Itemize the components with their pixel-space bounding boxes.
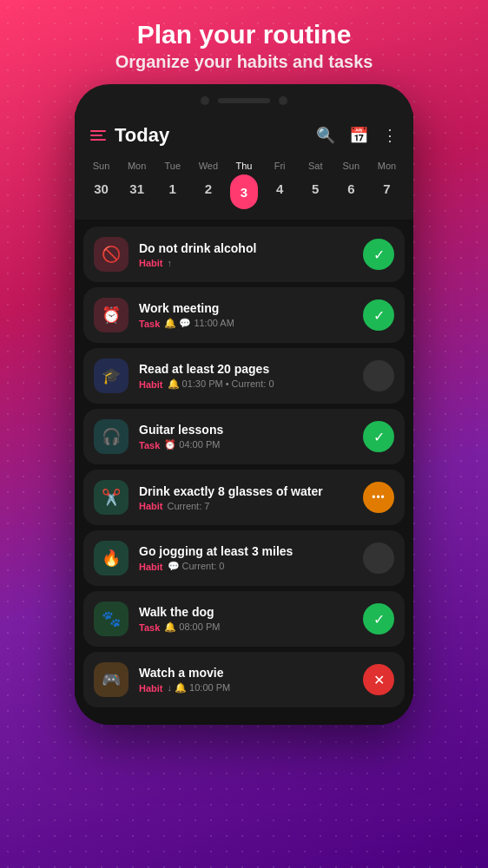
cal-day-7[interactable]: Mon 7 xyxy=(371,161,402,209)
task-title-5: Drink exactly 8 glasses of water xyxy=(139,484,353,498)
task-body-4: Guitar lessons Task ⏰ 04:00 PM xyxy=(139,423,353,450)
task-title-1: Do not drink alcohol xyxy=(139,241,353,255)
task-type-5: Habit xyxy=(139,501,163,511)
task-type-2: Task xyxy=(139,319,160,329)
cal-day-1[interactable]: Tue 1 xyxy=(157,161,188,209)
task-card-2[interactable]: ⏰ Work meeting Task 🔔 💬 11:00 AM ✓ xyxy=(83,287,405,343)
task-meta-5: Habit Current: 7 xyxy=(139,501,353,511)
task-meta-4: Task ⏰ 04:00 PM xyxy=(139,439,353,450)
task-body-5: Drink exactly 8 glasses of water Habit C… xyxy=(139,484,353,511)
task-card-6[interactable]: 🔥 Go jogging at least 3 miles Habit 💬 Cu… xyxy=(83,530,405,586)
task-detail-7: 🔔 08:00 PM xyxy=(164,621,220,633)
task-detail-8: ↓ 🔔 10:00 PM xyxy=(168,682,231,694)
hero-subtitle: Organize your habits and tasks xyxy=(17,52,471,72)
task-title-8: Watch a movie xyxy=(139,666,353,680)
task-title-6: Go jogging at least 3 miles xyxy=(139,544,353,558)
task-type-8: Habit xyxy=(139,683,163,694)
task-type-7: Task xyxy=(139,622,160,633)
cal-day-num: 6 xyxy=(337,174,365,202)
task-detail-1: ↑ xyxy=(168,258,173,268)
task-title-2: Work meeting xyxy=(139,301,353,315)
task-body-2: Work meeting Task 🔔 💬 11:00 AM xyxy=(139,301,353,329)
cal-day-num: 3 xyxy=(230,174,258,209)
cal-day-num: 7 xyxy=(373,174,400,202)
task-meta-1: Habit ↑ xyxy=(139,258,353,268)
x-icon: ✕ xyxy=(373,672,385,688)
cal-day-num: 5 xyxy=(301,174,329,202)
task-action-7[interactable]: ✓ xyxy=(363,603,394,635)
task-card-1[interactable]: 🚫 Do not drink alcohol Habit ↑ ✓ xyxy=(83,227,405,282)
app-header: Today 🔍 📅 ⋮ xyxy=(75,112,413,155)
cal-day-31[interactable]: Mon 31 xyxy=(122,161,153,209)
task-action-4[interactable]: ✓ xyxy=(363,421,394,452)
phone-camera-2 xyxy=(279,96,287,105)
task-action-2[interactable]: ✓ xyxy=(363,299,394,331)
task-card-7[interactable]: 🐾 Walk the dog Task 🔔 08:00 PM ✓ xyxy=(83,591,405,647)
cal-day-4[interactable]: Fri 4 xyxy=(264,161,295,209)
cal-day-name: Sat xyxy=(308,161,323,171)
cal-day-num: 2 xyxy=(195,174,222,202)
cal-day-name: Mon xyxy=(128,161,146,171)
phone-shell: Today 🔍 📅 ⋮ Sun 30 Mon 31 Tue 1 Wed 2 Th… xyxy=(75,84,413,725)
task-type-1: Habit xyxy=(139,258,163,268)
calendar-icon[interactable]: 📅 xyxy=(349,126,368,145)
task-icon-3: 🎓 xyxy=(94,358,129,393)
task-type-6: Habit xyxy=(139,562,163,572)
phone-topbar xyxy=(75,96,413,112)
task-action-8[interactable]: ✕ xyxy=(363,664,394,695)
task-action-5[interactable]: ••• xyxy=(363,482,394,513)
cal-day-num: 31 xyxy=(123,174,151,202)
menu-line-1 xyxy=(90,130,106,132)
task-body-8: Watch a movie Habit ↓ 🔔 10:00 PM xyxy=(139,666,353,694)
task-meta-3: Habit 🔔 01:30 PM • Current: 0 xyxy=(139,378,353,390)
task-meta-8: Habit ↓ 🔔 10:00 PM xyxy=(139,682,353,694)
task-title-7: Walk the dog xyxy=(139,605,353,619)
task-body-6: Go jogging at least 3 miles Habit 💬 Curr… xyxy=(139,544,353,572)
cal-day-2[interactable]: Wed 2 xyxy=(193,161,224,209)
cal-day-name: Thu xyxy=(236,161,253,171)
cal-day-6[interactable]: Sun 6 xyxy=(335,161,366,209)
check-icon: ✓ xyxy=(373,611,385,628)
task-card-8[interactable]: 🎮 Watch a movie Habit ↓ 🔔 10:00 PM ✕ xyxy=(83,652,405,707)
task-action-3[interactable] xyxy=(363,360,394,391)
cal-day-5[interactable]: Sat 5 xyxy=(300,161,331,209)
app-content: Today 🔍 📅 ⋮ Sun 30 Mon 31 Tue 1 Wed 2 Th… xyxy=(75,112,413,725)
cal-day-num: 30 xyxy=(88,174,115,202)
more-icon[interactable]: ⋮ xyxy=(382,126,398,145)
task-icon-8: 🎮 xyxy=(94,662,129,697)
task-action-6[interactable] xyxy=(363,542,394,574)
task-action-1[interactable]: ✓ xyxy=(363,239,394,270)
check-icon: ✓ xyxy=(373,247,385,263)
cal-day-num: 4 xyxy=(266,174,293,202)
task-icon-5: ✂️ xyxy=(94,480,129,515)
task-body-3: Read at least 20 pages Habit 🔔 01:30 PM … xyxy=(139,362,353,390)
search-icon[interactable]: 🔍 xyxy=(316,126,335,145)
cal-day-name: Tue xyxy=(164,161,181,171)
cal-day-name: Fri xyxy=(274,161,286,171)
task-card-3[interactable]: 🎓 Read at least 20 pages Habit 🔔 01:30 P… xyxy=(83,348,405,404)
task-detail-6: 💬 Current: 0 xyxy=(168,561,225,572)
task-card-4[interactable]: 🎧 Guitar lessons Task ⏰ 04:00 PM ✓ xyxy=(83,409,405,464)
header-icons: 🔍 📅 ⋮ xyxy=(316,126,398,145)
task-type-3: Habit xyxy=(139,379,163,390)
cal-day-3[interactable]: Thu 3 xyxy=(228,161,260,209)
cal-day-name: Mon xyxy=(378,161,396,171)
cal-day-name: Sun xyxy=(343,161,360,171)
cal-day-name: Sun xyxy=(93,161,110,171)
dots-icon: ••• xyxy=(372,491,386,503)
menu-icon[interactable] xyxy=(90,130,106,141)
task-icon-7: 🐾 xyxy=(94,602,129,636)
menu-line-2 xyxy=(90,135,102,136)
menu-line-3 xyxy=(90,139,106,141)
task-meta-6: Habit 💬 Current: 0 xyxy=(139,561,353,572)
task-title-3: Read at least 20 pages xyxy=(139,362,353,376)
task-detail-3: 🔔 01:30 PM • Current: 0 xyxy=(168,378,274,390)
task-icon-6: 🔥 xyxy=(94,541,129,575)
task-detail-4: ⏰ 04:00 PM xyxy=(164,439,220,450)
task-card-5[interactable]: ✂️ Drink exactly 8 glasses of water Habi… xyxy=(83,470,405,525)
task-icon-4: 🎧 xyxy=(94,419,129,454)
hero-title: Plan your routine xyxy=(17,19,471,50)
task-detail-5: Current: 7 xyxy=(168,501,210,511)
task-meta-2: Task 🔔 💬 11:00 AM xyxy=(139,318,353,329)
cal-day-30[interactable]: Sun 30 xyxy=(86,161,117,209)
